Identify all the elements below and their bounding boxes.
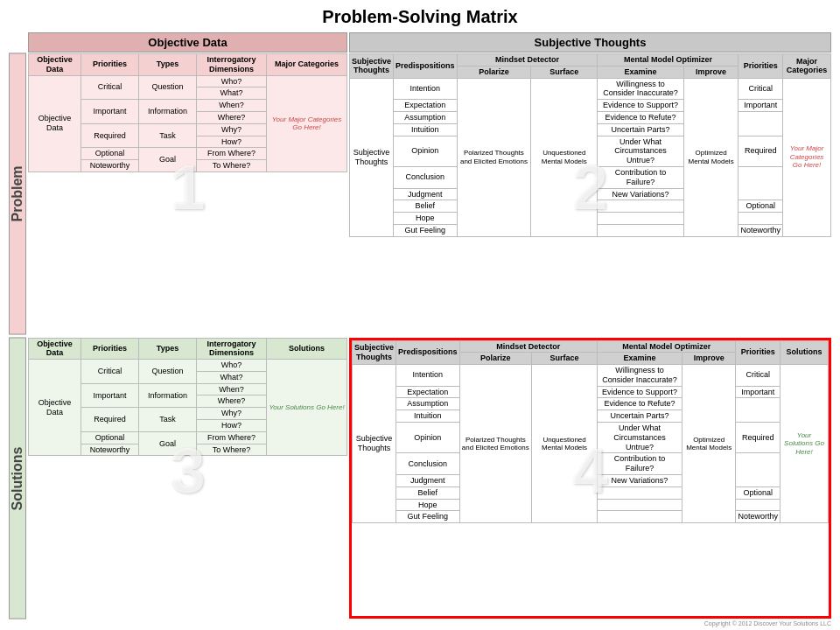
quadrant-4: 4 Subjective Thoughts Predispositions Mi…	[349, 338, 831, 620]
copyright-text: Copyright © 2012 Discover Your Solutions…	[9, 620, 831, 626]
solutions-label: Solutions	[9, 338, 26, 620]
quadrant-3: 3 Objective Data Priorities Types Interr…	[28, 338, 347, 620]
quadrant-1: 1 Objective Data Priorities Types Interr…	[28, 53, 347, 335]
problem-label: Problem	[9, 53, 26, 335]
objective-header: Objective Data	[28, 32, 347, 52]
quadrant-2: 2 Subjective Thoughts Predispositions Mi…	[349, 53, 831, 335]
page-title: Problem-Solving Matrix	[9, 7, 831, 27]
subjective-header: Subjective Thoughts	[349, 32, 831, 52]
